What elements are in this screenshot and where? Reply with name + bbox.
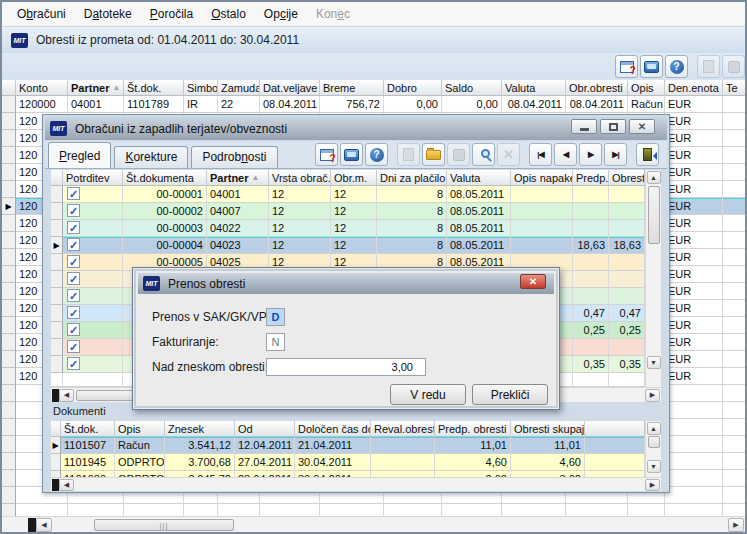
table-cell[interactable]: 1 [723, 249, 745, 266]
table-cell[interactable]: 0,47 [609, 305, 645, 322]
row-selector-cell[interactable] [2, 317, 16, 334]
row-selector-cell[interactable] [2, 487, 16, 504]
table-cell[interactable]: EUR [665, 249, 723, 266]
table-cell[interactable]: 18,63 [573, 237, 609, 254]
row-selector-cell[interactable] [51, 356, 63, 373]
table-cell[interactable]: 1101945 [61, 454, 115, 471]
row-selector-cell[interactable] [2, 283, 16, 300]
potrditev-cell[interactable]: ✓ [63, 288, 123, 305]
potrditev-cell[interactable]: ✓ [63, 203, 123, 220]
table-cell[interactable]: 08.04.2011 [260, 96, 320, 113]
column-header-9[interactable]: Predp. ob [573, 170, 609, 186]
scroll-thumb[interactable] [648, 186, 660, 244]
window-properties-button[interactable]: ? [315, 143, 338, 166]
table-cell[interactable] [371, 454, 435, 471]
column-header-8[interactable]: Dobro [384, 80, 442, 96]
table-cell[interactable] [573, 288, 609, 305]
table-cell[interactable]: 00-00002 [123, 203, 207, 220]
table-cell[interactable]: 11,01 [435, 437, 511, 454]
find-button[interactable] [472, 143, 495, 166]
row-selector-cell[interactable] [2, 130, 16, 147]
dialog-field-input[interactable]: 3,00 [266, 358, 426, 376]
potrditev-checkbox[interactable]: ✓ [67, 289, 80, 302]
table-cell[interactable] [665, 487, 723, 504]
column-header-4[interactable]: Simbol [184, 80, 218, 96]
screen-settings-button[interactable] [340, 143, 363, 166]
potrditev-checkbox[interactable]: ✓ [67, 255, 80, 268]
table-cell[interactable]: EUR [665, 215, 723, 232]
potrditev-checkbox[interactable]: ✓ [67, 340, 80, 353]
obracuni-row[interactable]: ▶✓00-00004040231212808.05.201118,6318,63 [51, 237, 645, 254]
table-cell[interactable]: 1 [723, 351, 745, 368]
row-selector-cell[interactable] [2, 147, 16, 164]
obracuni-vertical-scrollbar[interactable]: ▲ ▼ [645, 170, 661, 387]
dialog-field-input[interactable]: D [266, 308, 285, 326]
main-horizontal-scrollbar[interactable]: ◀ ||| ▶ [2, 516, 745, 532]
close-button[interactable]: ✕ [629, 119, 655, 134]
column-header-2[interactable]: Št.dokumenta [123, 170, 207, 186]
row-selector-cell[interactable] [51, 339, 63, 356]
column-header-9[interactable]: Saldo [442, 80, 502, 96]
table-cell[interactable] [665, 436, 723, 453]
table-cell[interactable]: EUR [665, 368, 723, 385]
dokumenti-vertical-scrollbar[interactable]: ▲ ▼ [645, 421, 661, 477]
table-cell[interactable]: 1 [723, 130, 745, 147]
table-cell[interactable] [723, 419, 745, 436]
potrditev-checkbox[interactable]: ✓ [67, 357, 80, 370]
table-cell[interactable] [723, 470, 745, 487]
table-cell[interactable]: 1 [723, 164, 745, 181]
obracuni-row[interactable]: ✓00-00003040221212808.05.2011 [51, 220, 645, 237]
scroll-right-button[interactable]: ▶ [645, 389, 660, 402]
table-cell[interactable] [511, 237, 573, 254]
table-cell[interactable]: EUR [665, 96, 723, 113]
column-header-6[interactable]: Dat.veljave [260, 80, 320, 96]
column-header-12[interactable]: Opis [628, 80, 665, 96]
table-cell[interactable]: 12.04.2011 [235, 437, 295, 454]
table-cell[interactable]: 756,72 [320, 96, 384, 113]
row-selector-cell[interactable] [2, 232, 16, 249]
table-cell[interactable]: 12 [269, 186, 331, 203]
potrditev-cell[interactable]: ✓ [63, 305, 123, 322]
column-header-5[interactable]: Obr.m. [331, 170, 377, 186]
table-cell[interactable] [723, 436, 745, 453]
table-cell[interactable]: EUR [665, 317, 723, 334]
table-cell[interactable]: Račun [115, 437, 165, 454]
scroll-right-button[interactable]: ▶ [728, 518, 744, 532]
table-cell[interactable] [573, 203, 609, 220]
table-cell[interactable] [723, 402, 745, 419]
column-header-10[interactable]: Valuta [502, 80, 566, 96]
row-selector-cell[interactable] [2, 300, 16, 317]
table-cell[interactable]: 3.700,68 [165, 454, 235, 471]
row-selector-cell[interactable] [2, 419, 16, 436]
scroll-down-button[interactable]: ▼ [647, 356, 661, 369]
row-selector-cell[interactable] [51, 288, 63, 305]
cancel-button[interactable]: Prekliči [472, 384, 548, 405]
table-cell[interactable]: ODPRTO [115, 454, 165, 471]
row-selector-cell[interactable] [51, 220, 63, 237]
scroll-down-button[interactable]: ▼ [647, 460, 661, 473]
table-cell[interactable]: 8 [377, 220, 447, 237]
table-cell[interactable]: 1 [723, 215, 745, 232]
table-cell[interactable]: 04001 [68, 96, 124, 113]
table-cell[interactable]: EUR [665, 300, 723, 317]
ok-button[interactable]: V redu [390, 384, 466, 405]
table-cell[interactable]: 0,35 [573, 356, 609, 373]
column-header-14[interactable]: Te [723, 80, 745, 96]
table-cell[interactable] [573, 220, 609, 237]
column-header-11[interactable]: Obr.obresti [566, 80, 628, 96]
table-cell[interactable]: 8 [377, 237, 447, 254]
menu-item-konec[interactable]: Konec [307, 4, 359, 24]
nav-last-button[interactable]: ▶| [604, 143, 627, 166]
potrditev-checkbox[interactable]: ✓ [67, 238, 80, 251]
potrditev-checkbox[interactable]: ✓ [67, 306, 80, 319]
row-selector-cell[interactable]: ▶ [51, 437, 61, 454]
table-cell[interactable]: 0,00 [442, 96, 502, 113]
table-cell[interactable] [573, 339, 609, 356]
scroll-left-button[interactable]: ◀ [59, 389, 74, 402]
scroll-thumb[interactable] [648, 436, 660, 448]
table-cell[interactable]: 1 [723, 283, 745, 300]
table-cell[interactable]: 12 [269, 203, 331, 220]
column-header-1[interactable]: Konto [16, 80, 68, 96]
row-selector-cell[interactable] [2, 402, 16, 419]
table-cell[interactable]: 0,47 [573, 305, 609, 322]
